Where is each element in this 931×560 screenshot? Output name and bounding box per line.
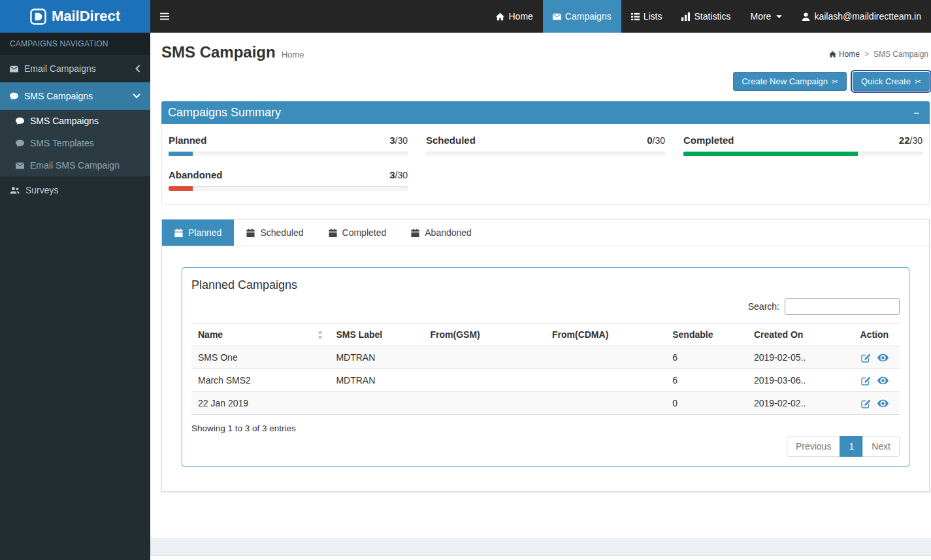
bar-chart-icon [681, 12, 690, 21]
users-icon [10, 186, 20, 195]
stat-abandoned-label: Abandoned [169, 169, 223, 180]
collapse-panel-button[interactable]: − [909, 107, 923, 119]
envelope-icon [10, 65, 18, 73]
top-navbar: MailDirect Home Campaigns Lists Statisti… [0, 0, 931, 33]
edit-campaign-button[interactable] [860, 376, 872, 386]
create-new-campaign-button[interactable]: Create New Campaign ✂ [733, 72, 847, 91]
calendar-icon [246, 229, 255, 237]
cell-from-cdma [546, 392, 666, 415]
stat-scheduled-value: 0/30 [647, 135, 665, 146]
pagination-next-button[interactable]: Next [862, 436, 900, 457]
view-campaign-button[interactable] [877, 353, 889, 363]
sidebar-email-campaigns-label: Email Campaigns [24, 63, 96, 74]
nav-item-statistics[interactable]: Statistics [672, 0, 740, 33]
tab-planned[interactable]: Planned [162, 220, 234, 246]
column-header-from-gsm[interactable]: From(GSM) [424, 323, 546, 346]
cell-sms-label: MDTRAN [329, 369, 423, 392]
stat-scheduled: Scheduled 0/30 [426, 135, 665, 156]
campaign-actions-row: Create New Campaign ✂ Quick Create ✂ [161, 68, 930, 101]
column-header-sendable[interactable]: Sendable [666, 323, 747, 346]
subitem-sms-campaigns-label: SMS Campaigns [30, 116, 99, 126]
nav-lists-label: Lists [644, 11, 662, 22]
tab-abandoned[interactable]: Abandoned [399, 220, 484, 246]
column-header-created-on[interactable]: Created On [747, 323, 854, 346]
pagination-previous-button[interactable]: Previous [787, 436, 840, 457]
stat-abandoned-progressbar [169, 186, 408, 191]
navbar-menu: Home Campaigns Lists Statistics More kai… [486, 0, 931, 33]
table-search-row: Search: [191, 298, 900, 315]
cell-sendable: 6 [666, 346, 747, 369]
campaigns-summary-panel: Campaigns Summary − Planned 3/30 [161, 101, 930, 205]
edit-campaign-button[interactable] [860, 399, 872, 408]
stat-completed-progressbar [683, 152, 923, 156]
sidebar-subitem-email-sms-campaign[interactable]: Email SMS Campaign [0, 154, 150, 176]
sidebar-toggle-button[interactable] [150, 0, 179, 33]
stat-scheduled-progressbar [426, 152, 665, 156]
nav-item-home[interactable]: Home [486, 0, 542, 33]
stat-scheduled-label: Scheduled [426, 135, 476, 146]
calendar-icon [174, 229, 183, 237]
cell-name: 22 Jan 2019 [191, 392, 329, 415]
view-campaign-button[interactable] [877, 376, 889, 386]
stat-planned-progressbar [169, 152, 408, 156]
home-icon [496, 12, 504, 21]
tab-completed[interactable]: Completed [316, 220, 399, 246]
cell-sendable: 0 [666, 392, 747, 415]
sidebar-item-sms-campaigns[interactable]: SMS Campaigns [0, 82, 150, 110]
page-footer: A Service By QuantumLink Communications … [150, 555, 931, 560]
user-email: kailash@maildirectteam.in [814, 11, 921, 22]
breadcrumb-home-link[interactable]: Home [829, 50, 860, 59]
planned-campaigns-panel: Planned Campaigns Search: Name [182, 267, 909, 467]
sidebar-item-email-campaigns[interactable]: Email Campaigns [0, 55, 150, 82]
scissors-icon: ✂ [832, 77, 838, 86]
stat-completed: Completed 22/30 [683, 135, 923, 156]
cell-sms-label [329, 392, 423, 415]
view-campaign-button[interactable] [877, 399, 889, 408]
sort-icon [318, 331, 323, 339]
pencil-square-icon [860, 376, 872, 386]
sidebar: CAMPAIGNS NAVIGATION Email Campaigns SMS… [0, 33, 150, 560]
nav-more-label: More [750, 11, 771, 22]
subitem-email-sms-campaign-label: Email SMS Campaign [30, 160, 120, 171]
edit-campaign-button[interactable] [860, 353, 872, 363]
cell-from-cdma [546, 346, 666, 369]
cell-from-gsm [424, 392, 546, 415]
nav-item-campaigns[interactable]: Campaigns [543, 0, 621, 33]
pagination-page-1-button[interactable]: 1 [840, 436, 863, 457]
search-input[interactable] [785, 298, 900, 315]
pencil-square-icon [860, 399, 872, 408]
nav-item-lists[interactable]: Lists [621, 0, 672, 33]
tab-scheduled[interactable]: Scheduled [234, 220, 316, 246]
table-row: March SMS2 MDTRAN 6 2019-03-06.. [191, 369, 900, 392]
chevron-left-icon [135, 65, 140, 73]
planned-campaigns-title: Planned Campaigns [191, 278, 900, 292]
column-header-action: Action [854, 323, 900, 346]
sidebar-item-surveys[interactable]: Surveys [0, 176, 150, 204]
column-header-from-cdma[interactable]: From(CDMA) [546, 323, 666, 346]
caret-down-icon [776, 15, 782, 18]
cell-name: March SMS2 [191, 369, 329, 392]
maildirect-logo-icon [30, 8, 46, 25]
cell-sendable: 6 [666, 369, 747, 392]
column-header-name[interactable]: Name [191, 323, 329, 346]
sidebar-subitem-sms-campaigns[interactable]: SMS Campaigns [0, 110, 150, 132]
content-area: SMS Campaign Home Home > SMS Campaign Cr… [150, 33, 931, 538]
column-header-sms-label[interactable]: SMS Label [329, 323, 423, 346]
stat-abandoned-value: 3/30 [389, 169, 408, 180]
tab-scheduled-label: Scheduled [260, 227, 303, 238]
stat-completed-value: 22/30 [899, 135, 923, 146]
page-header: SMS Campaign Home Home > SMS Campaign [150, 33, 931, 68]
nav-item-user-account[interactable]: kailash@maildirectteam.in [792, 0, 931, 33]
maildirect-logo[interactable]: MailDirect [0, 0, 150, 33]
sidebar-subitem-sms-templates[interactable]: SMS Templates [0, 132, 150, 154]
table-header-row: Name SMS Label From(GSM) From(CDMA) Send… [191, 323, 900, 346]
nav-item-more[interactable]: More [740, 0, 792, 33]
quick-create-button[interactable]: Quick Create ✂ [853, 72, 930, 91]
planned-campaigns-table: Name SMS Label From(GSM) From(CDMA) Send… [191, 323, 900, 415]
table-info: Showing 1 to 3 of 3 entries [191, 423, 900, 433]
calendar-icon [329, 229, 337, 237]
envelope-icon [553, 12, 561, 21]
brand-name: MailDirect [52, 8, 120, 25]
sidebar-section-header: CAMPAIGNS NAVIGATION [0, 33, 150, 55]
campaigns-summary-title: Campaigns Summary [168, 106, 281, 120]
